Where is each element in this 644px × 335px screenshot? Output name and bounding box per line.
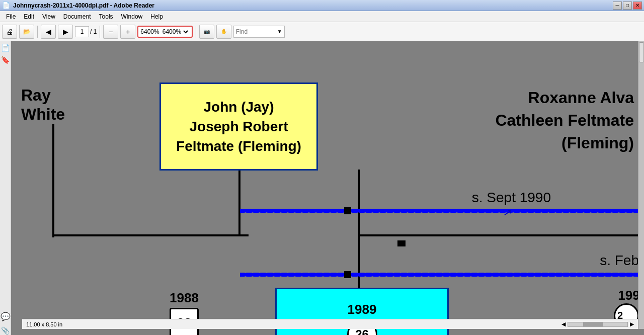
title-bar: 📄 Johnnycrash-2011x1-4000dpi.pdf - Adobe… [0,0,644,11]
menu-document[interactable]: Document [59,12,95,21]
menu-window[interactable]: Window [117,12,147,21]
scroll-right-icon[interactable]: ▶ [630,321,634,327]
find-dropdown-icon[interactable]: ▼ [277,29,282,34]
page-thumbnail-icon[interactable]: 📄 [1,43,10,52]
minimize-button[interactable]: ─ [613,2,622,10]
zoom-value: 6400% [140,28,159,35]
toolbar-separator-3 [196,26,196,38]
page-navigation: 1 / 1 [75,26,97,37]
zoom-in-button[interactable]: + [120,25,135,39]
pdf-content-area: Ray White John (Jay)Joseph RobertFeltmat… [11,41,644,335]
maximize-button[interactable]: □ [623,2,632,10]
title-text: 📄 Johnnycrash-2011x1-4000dpi.pdf - Adobe… [2,2,154,9]
find-toolbar[interactable]: ▼ [233,26,285,38]
menu-edit[interactable]: Edit [20,12,38,21]
main-area: 📄 🔖 💬 📎 Ray White John (Jay)Joseph Rober… [0,41,644,335]
zoom-out-button[interactable]: − [103,25,118,39]
page-total: / 1 [90,28,97,35]
hscroll-track[interactable] [568,322,628,327]
app-icon: 📄 [2,2,10,9]
status-bar: 11.00 x 8.50 in ◀ ▶ [22,319,638,329]
vertical-scrollbar[interactable] [638,41,644,329]
s-sept-1990-text: s. Sept 1990 [472,190,551,206]
navigate-next-button[interactable]: ▶ [58,25,73,39]
window-controls[interactable]: ─ □ ✕ [613,2,642,10]
john-jay-box: John (Jay)Joseph RobertFeltmate (Fleming… [159,82,318,171]
menu-file[interactable]: File [2,12,20,21]
hscroll-thumb[interactable] [583,322,603,326]
pan-button[interactable]: ✋ [216,25,231,39]
year-1988-label: 1988 [170,290,199,306]
attachment-icon[interactable]: 📎 [1,326,10,335]
find-input[interactable] [236,28,276,35]
window-title: Johnnycrash-2011x1-4000dpi.pdf - Adobe R… [13,2,154,9]
menu-bar: File Edit View Document Tools Window Hel… [0,11,644,22]
page-size-label: 11.00 x 8.50 in [26,321,62,327]
zoom-select[interactable]: 6400% 3200% 1600% 800% 400% 100% [160,28,190,36]
dotted-line-lower [240,269,644,280]
menu-view[interactable]: View [38,12,59,21]
toolbar-separator-2 [100,26,100,38]
toolbar-separator-1 [37,26,38,38]
menu-tools[interactable]: Tools [95,12,117,21]
close-button[interactable]: ✕ [633,2,642,10]
ray-white-label: Ray White [21,86,65,124]
bookmarks-icon[interactable]: 🔖 [1,55,10,64]
cursor-arrow: ↗ [502,206,513,220]
vline-john-down [238,171,240,236]
hline-left [52,234,249,236]
year-1989-label: 1989 [348,302,377,317]
open-button[interactable]: 📂 [19,25,34,39]
scroll-left-icon[interactable]: ◀ [561,321,566,327]
page-number-input[interactable]: 1 [75,26,89,37]
vscroll-thumb[interactable] [639,42,644,62]
navigate-prev-button[interactable]: ◀ [41,25,56,39]
print-button[interactable]: 🖨 [2,25,17,39]
john-jay-text: John (Jay)Joseph RobertFeltmate (Fleming… [176,97,301,156]
hline-rect [397,240,406,246]
comment-icon[interactable]: 💬 [1,312,10,321]
svg-rect-3 [344,271,351,278]
toolbar: 🖨 📂 ◀ ▶ 1 / 1 − + 6400% 6400% 3200% 1600… [0,22,644,41]
svg-rect-1 [344,207,351,214]
vline-center [358,170,360,235]
hline-right [358,234,644,236]
ray-white-text: Ray White [21,86,65,124]
s-feb-text: s. Feb [600,253,639,269]
menu-help[interactable]: Help [146,12,167,21]
snapshot-button[interactable]: 📷 [199,25,214,39]
vline-left [52,124,54,237]
vline-center-lower [358,234,360,290]
zoom-control[interactable]: 6400% 6400% 3200% 1600% 800% 400% 100% [137,26,192,38]
dotted-line-upper [240,205,644,216]
roxanne-label: Roxanne AlvaCathleen Feltmate(Fleming) [495,87,634,154]
pdf-viewer[interactable]: 📄 🔖 💬 📎 Ray White John (Jay)Joseph Rober… [0,41,644,335]
side-panel: 📄 🔖 💬 📎 [0,41,11,335]
